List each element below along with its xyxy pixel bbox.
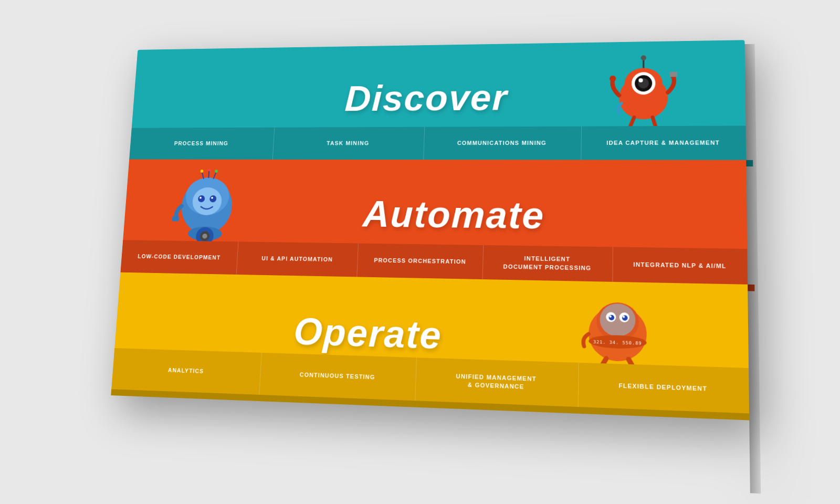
discover-item-idea-capture: IDEA CAPTURE & MANAGEMENT <box>581 125 746 160</box>
tier-automate: Automate <box>120 159 748 284</box>
operate-item-unified-mgmt: UNIFIED MANAGEMENT & GOVERNANCE <box>415 358 579 407</box>
robot-discover <box>608 51 679 134</box>
operate-title: Operate <box>293 310 443 357</box>
diagram-wrapper: Discover <box>106 40 750 488</box>
svg-point-30 <box>215 170 218 173</box>
svg-rect-24 <box>172 216 179 222</box>
tier-discover: Discover <box>129 40 746 160</box>
tier-operate: Operate 321. 34. 550.89 <box>111 272 749 414</box>
robot-automate <box>170 169 243 249</box>
svg-line-27 <box>208 170 209 178</box>
svg-point-7 <box>641 55 646 60</box>
svg-rect-10 <box>669 72 677 77</box>
discover-item-task-mining: TASK MINING <box>273 127 425 160</box>
svg-point-8 <box>610 76 616 82</box>
discover-item-communications-mining: COMMUNICATIONS MINING <box>424 127 582 160</box>
automate-item-ui-api: UI & API AUTOMATION <box>237 242 359 277</box>
automate-item-process-orch: PROCESS ORCHESTRATION <box>358 244 484 280</box>
svg-line-29 <box>213 172 216 179</box>
discover-sub-bar: PROCESS MINING TASK MINING COMMUNICATION… <box>129 125 746 160</box>
automate-item-nlp-ai: INTEGRATED NLP & AI/ML <box>613 247 748 284</box>
operate-item-analytics: ANALYTICS <box>111 348 262 395</box>
automate-title: Automate <box>362 193 545 237</box>
automate-item-idp: INTELLIGENT DOCUMENT PROCESSING <box>482 245 613 282</box>
svg-line-25 <box>201 172 204 179</box>
svg-point-26 <box>201 170 204 173</box>
discover-item-process-mining: PROCESS MINING <box>129 128 275 160</box>
operate-item-testing: CONTINUOUS TESTING <box>260 353 417 401</box>
svg-point-28 <box>207 169 211 171</box>
operate-item-flexible-deploy: FLEXIBLE DEPLOYMENT <box>578 363 749 414</box>
automate-item-lowcode: LOW-CODE DEVELOPMENT <box>120 240 238 275</box>
discover-title: Discover <box>344 77 508 119</box>
